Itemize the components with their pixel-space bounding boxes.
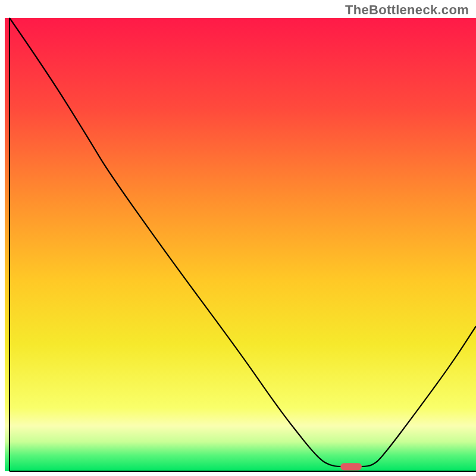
gradient-background (5, 18, 476, 471)
bottleneck-chart: TheBottleneck.com (0, 0, 476, 476)
optimum-marker (340, 463, 362, 470)
chart-svg (0, 0, 476, 476)
